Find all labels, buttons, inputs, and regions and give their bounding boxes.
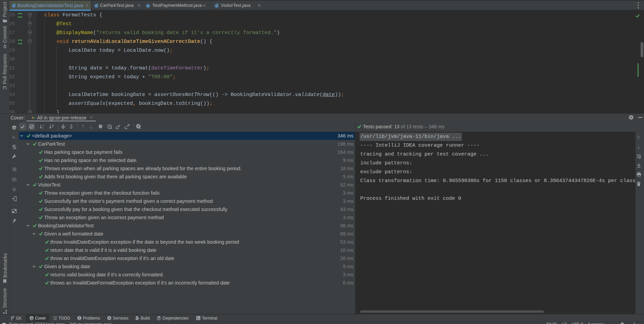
svg-text:9: 9 [15, 137, 17, 140]
svg-text:C: C [147, 4, 149, 7]
svg-text:C: C [13, 4, 15, 7]
svg-text:C: C [95, 4, 98, 7]
svg-text:C: C [216, 4, 218, 7]
svg-text:z: z [42, 127, 43, 129]
svg-text:a: a [42, 124, 44, 127]
